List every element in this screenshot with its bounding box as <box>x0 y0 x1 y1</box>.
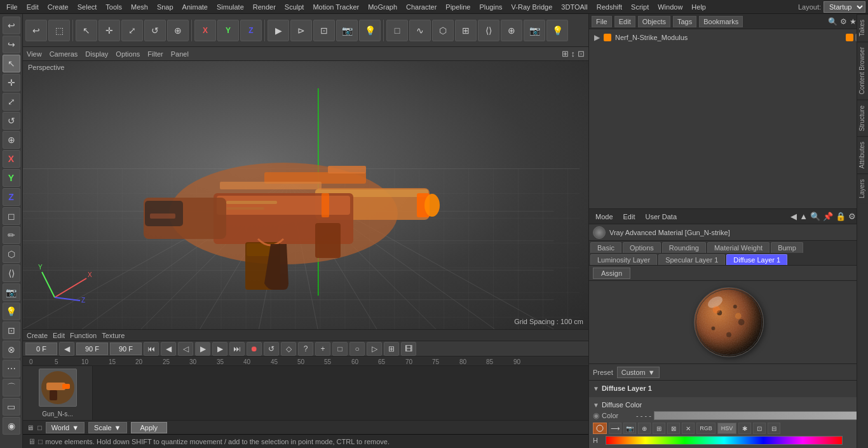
tb-render[interactable]: ▶ <box>268 20 289 41</box>
vp-menu-panel[interactable]: Panel <box>171 50 189 58</box>
tb-render-all[interactable]: ⊳ <box>290 20 312 41</box>
color-picker-btn[interactable] <box>593 423 607 434</box>
gear-icon[interactable]: ⚙ <box>840 17 847 26</box>
axis-x-btn[interactable]: X <box>3 150 20 168</box>
instance-btn[interactable]: ⊗ <box>3 341 20 358</box>
cube-btn[interactable]: ◻ <box>3 207 20 225</box>
attr-icon-arrow-up[interactable]: ▲ <box>799 212 808 221</box>
tc-play-back[interactable]: ◁ <box>178 342 193 356</box>
menu-animate[interactable]: Animate <box>179 2 212 12</box>
obj-menu-bookmarks[interactable]: Bookmarks <box>699 16 743 27</box>
vp-icon-3[interactable]: ⊡ <box>578 49 585 58</box>
bend-btn[interactable]: ⌒ <box>3 379 20 397</box>
vp-menu-cameras[interactable]: Cameras <box>50 50 78 58</box>
paste-btn[interactable]: ⊠ <box>667 423 680 434</box>
select-tool-btn[interactable]: ↖ <box>3 55 20 72</box>
deform-btn[interactable]: ⟨⟩ <box>3 264 20 282</box>
h-slider[interactable] <box>606 436 843 445</box>
gradient-btn[interactable]: ⟶ <box>609 423 621 434</box>
assign-button[interactable]: Assign <box>593 268 630 279</box>
array-btn[interactable]: ⋯ <box>3 360 20 377</box>
menu-help[interactable]: Help <box>688 2 710 12</box>
tl-menu-create[interactable]: Create <box>27 332 48 339</box>
tb-cube-prim[interactable]: □ <box>386 20 408 41</box>
tb-axis-y[interactable]: Y <box>217 20 239 41</box>
attr-icon-arrow-left[interactable]: ◀ <box>790 212 797 221</box>
tc-step-fwd[interactable]: ▶ <box>212 342 227 356</box>
menu-character[interactable]: Character <box>402 2 440 12</box>
mat-tab-options[interactable]: Options <box>623 242 661 253</box>
tc-playback2[interactable]: ▷ <box>367 342 382 356</box>
obj-menu-file[interactable]: File <box>592 16 612 27</box>
camera-btn[interactable]: 📷 <box>3 283 20 301</box>
tb-camera2[interactable]: 📷 <box>524 20 545 41</box>
menu-motion-tracker[interactable]: Motion Tracker <box>309 2 363 12</box>
menu-simulate[interactable]: Simulate <box>213 2 248 12</box>
rgb-btn[interactable]: RGB <box>696 423 715 434</box>
menu-window[interactable]: Window <box>654 2 686 12</box>
move-tool-btn[interactable]: ✛ <box>3 74 20 92</box>
transform-btn[interactable]: ⊕ <box>3 131 20 149</box>
object-item-nerf[interactable]: ▶ Nerf_N-Strike_Modulus <box>592 32 865 43</box>
attr-icon-settings[interactable]: ⚙ <box>848 212 856 221</box>
menu-script[interactable]: Script <box>627 2 653 12</box>
menu-edit[interactable]: Edit <box>23 2 43 12</box>
tb-rotate[interactable]: ↺ <box>144 20 166 41</box>
collapse-arrow[interactable]: ▼ <box>593 385 599 392</box>
copy-btn[interactable]: ⊞ <box>653 423 665 434</box>
diffuse-color-collapse[interactable]: ▼ <box>593 402 599 409</box>
tb-spline2[interactable]: ∿ <box>409 20 431 41</box>
hsv-btn[interactable]: HSV <box>717 423 736 434</box>
tb-preview[interactable]: ⊡ <box>313 20 335 41</box>
frame-start-input[interactable] <box>25 343 57 355</box>
menu-mograph[interactable]: MoGraph <box>364 2 401 12</box>
copy-color-btn[interactable]: ⊡ <box>753 423 766 434</box>
tb-deform2[interactable]: ⟨⟩ <box>478 20 499 41</box>
vp-menu-options[interactable]: Options <box>116 50 140 58</box>
menu-tools[interactable]: Tools <box>102 2 126 12</box>
mat-tab-diffuse1[interactable]: Diffuse Layer 1 <box>726 254 787 265</box>
tc-help[interactable]: ? <box>298 342 313 356</box>
undo-btn[interactable]: ↩ <box>3 17 20 34</box>
vp-menu-view[interactable]: View <box>27 50 42 58</box>
tb-mograph[interactable]: ⊞ <box>455 20 477 41</box>
tc-add[interactable]: + <box>315 342 330 356</box>
tb-scale[interactable]: ⤢ <box>121 20 143 41</box>
paste-color-btn[interactable]: ⊟ <box>768 423 780 434</box>
tl-menu-edit[interactable]: Edit <box>53 332 65 339</box>
axis-y-btn[interactable]: Y <box>3 169 20 187</box>
scale-tool-btn[interactable]: ⤢ <box>3 93 20 111</box>
vtab-takes[interactable]: Takes <box>857 14 868 41</box>
attr-menu-mode[interactable]: Mode <box>592 212 617 222</box>
menu-3dtoall[interactable]: 3DTOAll <box>557 2 591 12</box>
tb-axis-x[interactable]: X <box>194 20 216 41</box>
tb-axis-z[interactable]: Z <box>240 20 262 41</box>
vp-icon-1[interactable]: ⊞ <box>562 49 569 58</box>
material-tracks[interactable] <box>93 366 588 420</box>
menu-pipeline[interactable]: Pipeline <box>442 2 474 12</box>
world-dropdown[interactable]: World ▼ <box>46 422 85 433</box>
redo-btn[interactable]: ↪ <box>3 36 20 53</box>
obj-menu-edit[interactable]: Edit <box>614 16 635 27</box>
menu-snap[interactable]: Snap <box>153 2 177 12</box>
tc-play[interactable]: ▶ <box>195 342 210 356</box>
tc-grid[interactable]: ⊞ <box>384 342 399 356</box>
tb-generator[interactable]: ⊕ <box>501 20 522 41</box>
menu-select[interactable]: Select <box>74 2 101 12</box>
tl-menu-function[interactable]: Function <box>70 332 97 339</box>
menu-create[interactable]: Create <box>44 2 72 12</box>
tc-arrow-left[interactable]: ◀ <box>59 342 74 356</box>
nurbs-btn[interactable]: ⬡ <box>3 245 20 263</box>
texture-btn[interactable]: 📷 <box>623 423 636 434</box>
attr-icon-lock[interactable]: 🔒 <box>836 212 846 221</box>
tb-render-region[interactable]: ⬚ <box>48 20 70 41</box>
vtab-layers[interactable]: Layers <box>857 173 868 203</box>
tc-loop[interactable]: ↺ <box>264 342 279 356</box>
apply-button[interactable]: Apply <box>131 422 168 433</box>
attr-icon-search[interactable]: 🔍 <box>810 212 820 221</box>
menu-plugins[interactable]: Plugins <box>475 2 506 12</box>
menu-redshift[interactable]: Redshift <box>593 2 626 12</box>
color-bar[interactable] <box>654 411 864 420</box>
spline-btn[interactable]: ✏ <box>3 226 20 244</box>
frame-end-input2[interactable] <box>110 343 142 355</box>
